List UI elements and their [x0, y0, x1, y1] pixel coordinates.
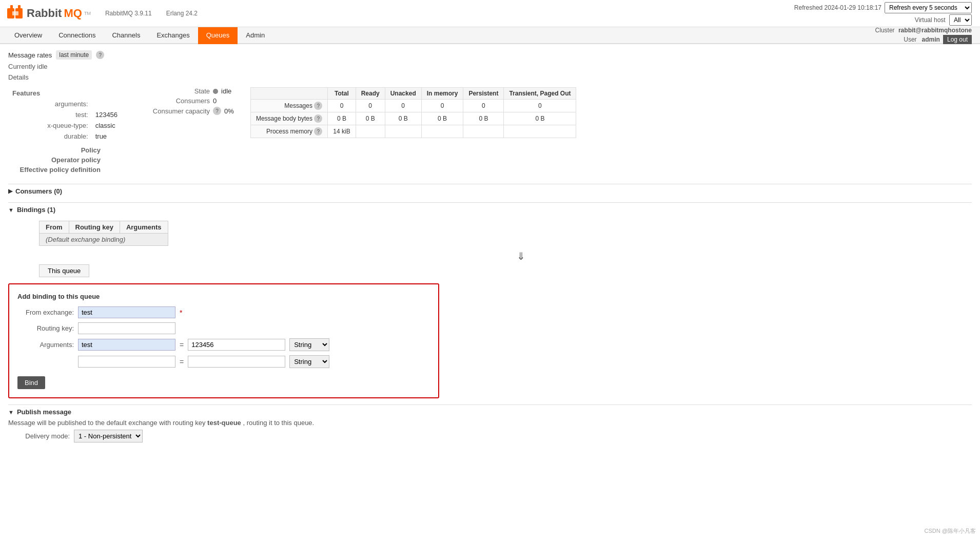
from-exchange-input[interactable] — [78, 306, 175, 318]
logo-rabbit: Rabbit — [27, 7, 62, 20]
messages-transient: 0 — [504, 100, 576, 112]
message-body-bytes-help[interactable]: ? — [314, 114, 322, 123]
logout-button[interactable]: Log out — [943, 35, 972, 44]
operator-policy-label: Operator policy — [8, 156, 101, 164]
erlang-version: Erlang 24.2 — [166, 10, 198, 17]
state-value: idle — [221, 87, 231, 95]
messages-persistent: 0 — [463, 100, 504, 112]
add-binding-title: Add binding to this queue — [17, 293, 430, 300]
delivery-mode-select[interactable]: 1 - Non-persistent 2 - Persistent — [74, 430, 143, 442]
consumer-capacity-help[interactable]: ? — [213, 107, 221, 115]
arguments-row-1: Arguments: = String Boolean Number List — [17, 338, 430, 351]
routing-key-input[interactable] — [78, 322, 175, 334]
message-rates-help[interactable]: ? — [96, 51, 104, 59]
messages-row-label: Messages ? — [250, 100, 327, 112]
required-marker: * — [180, 309, 182, 317]
nav-connections[interactable]: Connections — [50, 27, 104, 44]
nav-channels[interactable]: Channels — [104, 27, 148, 44]
state-label: State — [138, 87, 210, 95]
this-queue-button[interactable]: This queue — [39, 264, 89, 277]
arg-value-input-1[interactable] — [188, 339, 285, 351]
svg-rect-3 — [18, 5, 21, 9]
nav-admin[interactable]: Admin — [238, 27, 273, 44]
pm-persistent — [463, 125, 504, 138]
refreshed-timestamp: Refreshed 2024-01-29 10:18:17 — [794, 4, 881, 11]
arguments-key: test: — [44, 110, 91, 120]
publish-section-header[interactable]: ▼ Publish message — [8, 405, 972, 419]
bindings-section-label: Bindings (1) — [17, 206, 55, 214]
col-header-ready: Ready — [356, 88, 385, 100]
mbb-total: 0 B — [328, 112, 356, 125]
messages-ready: 0 — [356, 100, 385, 112]
process-memory-help[interactable]: ? — [314, 127, 322, 136]
bindings-col-arguments: Arguments — [120, 221, 168, 234]
add-binding-form: Add binding to this queue From exchange:… — [8, 283, 439, 398]
features-table: Features arguments: test: 123456 — [8, 87, 122, 142]
virtual-host-label: Virtual host — [915, 16, 946, 24]
col-header-in-memory: In memory — [421, 88, 463, 100]
virtual-host-select[interactable]: All — [949, 14, 972, 26]
arg-type-select-1[interactable]: String Boolean Number List — [289, 338, 329, 351]
arg-key-input-2[interactable] — [78, 356, 175, 368]
logo: RabbitMQ TM — [6, 4, 91, 23]
mbb-persistent: 0 B — [463, 112, 504, 125]
bindings-section-header[interactable]: ▼ Bindings (1) — [8, 202, 972, 217]
messages-unacked: 0 — [385, 100, 421, 112]
messages-help[interactable]: ? — [314, 102, 322, 110]
mbb-unacked: 0 B — [385, 112, 421, 125]
arg-key-input-1[interactable] — [78, 339, 175, 351]
mbb-in-memory: 0 B — [421, 112, 463, 125]
publish-arrow-icon: ▼ — [8, 409, 14, 415]
logo-tm: TM — [84, 11, 91, 16]
user-label: User — [904, 36, 916, 43]
consumers-arrow-icon: ▶ — [8, 188, 12, 195]
messages-stats-block: Total Ready Unacked In memory Persistent… — [250, 87, 577, 176]
rabbitmq-logo-icon — [6, 4, 25, 23]
pm-unacked — [385, 125, 421, 138]
bindings-arrow-icon: ▼ — [8, 207, 14, 213]
delivery-mode-row: Delivery mode: 1 - Non-persistent 2 - Pe… — [8, 430, 972, 442]
state-dot — [213, 89, 218, 94]
user-value: admin — [922, 36, 940, 43]
bindings-table: From Routing key Arguments (Default exch… — [39, 221, 168, 246]
details-section: Features arguments: test: 123456 — [8, 87, 972, 176]
message-rates-row: Message rates last minute ? — [8, 50, 972, 60]
arg-type-select-2[interactable]: String Boolean Number List — [289, 355, 329, 368]
consumers-value: 0 — [213, 97, 217, 105]
effective-policy-label: Effective policy definition — [8, 166, 101, 174]
messages-row: Messages ? 0 0 0 0 0 0 — [250, 100, 576, 112]
durable-label: durable: — [44, 131, 91, 141]
messages-in-memory: 0 — [421, 100, 463, 112]
logo-area: RabbitMQ TM RabbitMQ 3.9.11 Erlang 24.2 — [6, 4, 198, 23]
currently-idle: Currently idle — [8, 63, 972, 70]
mbb-transient: 0 B — [504, 112, 576, 125]
arguments-label: Arguments: — [17, 341, 74, 349]
xqueue-label: x-queue-type: — [44, 121, 91, 130]
delivery-mode-label: Delivery mode: — [8, 432, 70, 440]
features-label: Features — [9, 88, 43, 98]
routing-key-row: Routing key: — [17, 322, 430, 334]
refresh-select[interactable]: Refresh every 5 seconds Refresh every 10… — [885, 2, 972, 13]
policy-rows: Policy Operator policy Effective policy … — [8, 146, 122, 174]
equals-icon-1: = — [180, 341, 184, 349]
bindings-col-routing-key: Routing key — [69, 221, 120, 234]
pm-total: 14 kiB — [328, 125, 356, 138]
arg-value-input-2[interactable] — [188, 356, 285, 368]
cluster-label: Cluster — [875, 27, 895, 34]
nav-exchanges[interactable]: Exchanges — [148, 27, 198, 44]
top-bar: RabbitMQ TM RabbitMQ 3.9.11 Erlang 24.2 … — [0, 0, 980, 27]
message-rates-badge: last minute — [56, 50, 92, 60]
consumer-capacity-label: Consumer capacity — [138, 107, 210, 115]
consumers-section-header[interactable]: ▶ Consumers (0) — [8, 184, 972, 198]
nav-overview[interactable]: Overview — [6, 27, 50, 44]
nav-queues[interactable]: Queues — [198, 27, 238, 44]
queue-name-highlight: test-queue — [207, 419, 241, 427]
svg-rect-2 — [10, 5, 13, 9]
xqueue-value: classic — [92, 121, 121, 130]
bind-button[interactable]: Bind — [17, 376, 45, 389]
consumers-section-label: Consumers (0) — [15, 187, 62, 195]
mbb-ready: 0 B — [356, 112, 385, 125]
message-body-bytes-label: Message body bytes ? — [250, 112, 327, 125]
details-toggle[interactable]: Details — [8, 73, 972, 81]
process-memory-label: Process memory ? — [250, 125, 327, 138]
